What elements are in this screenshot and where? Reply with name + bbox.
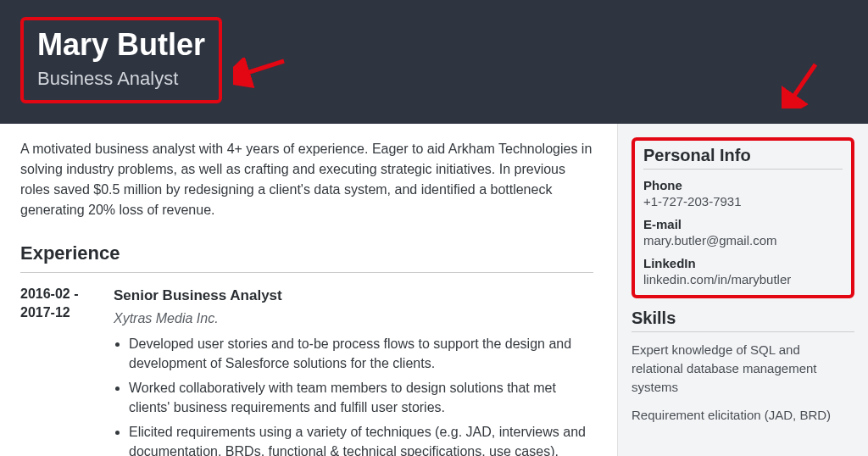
linkedin-label: LinkedIn bbox=[643, 256, 843, 270]
experience-company: Xytras Media Inc. bbox=[114, 309, 593, 329]
bullet-item: Worked collaboratively with team members… bbox=[129, 378, 593, 417]
sidebar-column: Personal Info Phone +1-727-203-7931 E-ma… bbox=[617, 124, 868, 456]
personal-info-highlight-box: Personal Info Phone +1-727-203-7931 E-ma… bbox=[632, 137, 854, 298]
person-title: Business Analyst bbox=[37, 68, 205, 90]
bullet-item: Developed user stories and to-be process… bbox=[129, 334, 593, 373]
annotation-arrow-left-icon bbox=[233, 58, 292, 88]
header-highlight-box: Mary Butler Business Analyst bbox=[20, 17, 222, 103]
svg-line-3 bbox=[790, 64, 815, 102]
personal-info-heading: Personal Info bbox=[643, 146, 843, 170]
annotation-arrow-right-icon bbox=[782, 61, 824, 108]
experience-title: Senior Business Analyst bbox=[114, 285, 593, 307]
email-label: E-mail bbox=[643, 217, 843, 231]
phone-value: +1-727-203-7931 bbox=[643, 194, 843, 209]
experience-dates: 2016-02 - 2017-12 bbox=[20, 285, 114, 456]
main-column: A motivated business analyst with 4+ yea… bbox=[0, 124, 617, 456]
resume-header: Mary Butler Business Analyst bbox=[0, 0, 868, 124]
experience-heading: Experience bbox=[20, 239, 593, 273]
bullet-item: Elicited requirements using a variety of… bbox=[129, 422, 593, 456]
resume-body: A motivated business analyst with 4+ yea… bbox=[0, 124, 868, 456]
svg-line-1 bbox=[242, 61, 284, 75]
skill-item: Expert knowledge of SQL and relational d… bbox=[632, 341, 854, 396]
email-value: mary.butler@gmail.com bbox=[643, 233, 843, 247]
experience-item: 2016-02 - 2017-12 Senior Business Analys… bbox=[20, 285, 593, 456]
summary-text: A motivated business analyst with 4+ yea… bbox=[20, 139, 593, 220]
experience-body: Senior Business Analyst Xytras Media Inc… bbox=[114, 285, 593, 456]
phone-label: Phone bbox=[643, 178, 843, 192]
skill-item: Requirement elicitation (JAD, BRD) bbox=[632, 406, 854, 425]
person-name: Mary Butler bbox=[37, 27, 205, 63]
skills-heading: Skills bbox=[632, 309, 854, 332]
experience-bullets: Developed user stories and to-be process… bbox=[114, 334, 593, 457]
linkedin-value: linkedin.com/in/marybutler bbox=[643, 272, 843, 286]
